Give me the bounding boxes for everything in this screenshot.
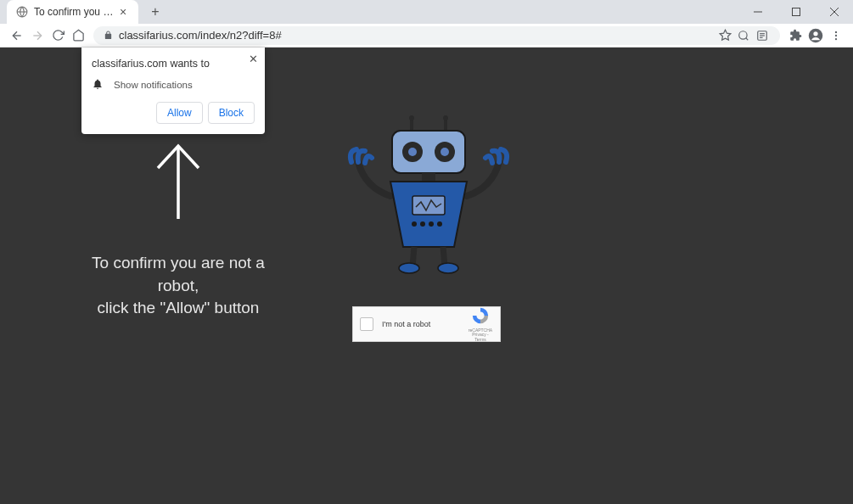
svg-point-17 xyxy=(835,31,837,32)
close-icon[interactable]: ✕ xyxy=(249,53,258,65)
recaptcha-badge: reCAPTCHA Privacy - Terms xyxy=(468,306,493,343)
svg-line-10 xyxy=(746,37,749,40)
svg-point-22 xyxy=(409,115,414,120)
svg-point-27 xyxy=(408,148,417,156)
browser-tab[interactable]: To confirm you are not a robot, c × xyxy=(7,0,138,24)
svg-point-18 xyxy=(835,34,837,36)
account-button[interactable] xyxy=(805,25,826,46)
svg-point-33 xyxy=(420,221,425,227)
notification-permission-popup: ✕ classifarius.com wants to Show notific… xyxy=(81,48,265,134)
recaptcha-checkbox[interactable] xyxy=(360,317,373,331)
back-button[interactable] xyxy=(7,25,27,46)
tab-bar: To confirm you are not a robot, c × + xyxy=(0,0,853,24)
svg-point-29 xyxy=(441,148,449,156)
forward-button[interactable] xyxy=(27,25,48,46)
extensions-button[interactable] xyxy=(785,25,805,46)
robot-illustration xyxy=(340,115,518,280)
menu-button[interactable] xyxy=(826,25,846,46)
notification-title: classifarius.com wants to xyxy=(92,58,255,70)
svg-rect-1 xyxy=(792,8,800,16)
tab-title: To confirm you are not a robot, c xyxy=(34,6,116,18)
svg-point-24 xyxy=(443,115,448,120)
notification-permission-text: Show notifications xyxy=(114,80,193,90)
close-window-button[interactable] xyxy=(815,0,853,24)
confirm-text-line1: To confirm you are not a robot, xyxy=(85,252,272,297)
lock-icon xyxy=(102,30,114,42)
bell-icon xyxy=(92,78,104,92)
svg-rect-30 xyxy=(422,173,435,182)
svg-point-38 xyxy=(399,263,419,273)
address-bar[interactable]: classifarius.com/index/n2?diff=8# xyxy=(93,26,780,45)
minimize-button[interactable] xyxy=(738,0,777,24)
tab-close-button[interactable]: × xyxy=(116,5,130,19)
arrow-up-icon xyxy=(153,141,204,221)
instruction-block: To confirm you are not a robot, click th… xyxy=(85,141,272,320)
maximize-button[interactable] xyxy=(777,0,815,24)
svg-point-19 xyxy=(835,37,837,39)
svg-point-34 xyxy=(429,221,434,227)
zoom-icon[interactable] xyxy=(734,26,753,45)
globe-icon xyxy=(15,5,29,19)
svg-point-39 xyxy=(438,263,458,273)
confirm-text-line2: click the "Allow" button xyxy=(85,297,272,320)
recaptcha-widget: I'm not a robot reCAPTCHA Privacy - Term… xyxy=(352,306,501,342)
svg-marker-8 xyxy=(720,30,731,40)
url-text: classifarius.com/index/n2?diff=8# xyxy=(119,29,716,42)
page-content: ✕ classifarius.com wants to Show notific… xyxy=(0,48,853,504)
block-button[interactable]: Block xyxy=(208,102,255,124)
svg-point-35 xyxy=(437,221,442,227)
svg-point-16 xyxy=(813,31,817,36)
reload-button[interactable] xyxy=(48,25,68,46)
new-tab-button[interactable]: + xyxy=(143,0,167,24)
star-icon[interactable] xyxy=(716,26,734,45)
svg-point-9 xyxy=(739,31,747,38)
recaptcha-label: I'm not a robot xyxy=(382,320,468,328)
allow-button[interactable]: Allow xyxy=(156,102,203,124)
reader-icon[interactable] xyxy=(753,26,772,45)
svg-point-32 xyxy=(412,221,417,227)
browser-toolbar: classifarius.com/index/n2?diff=8# xyxy=(0,24,853,48)
home-button[interactable] xyxy=(68,25,88,46)
